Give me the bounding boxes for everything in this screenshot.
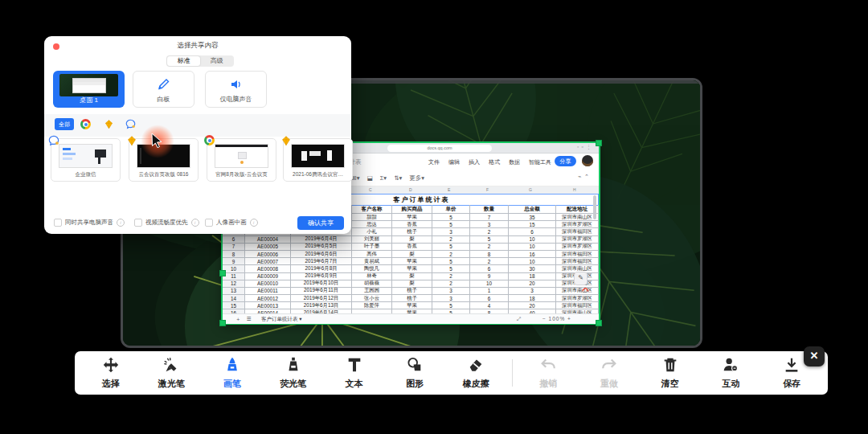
interact-tool[interactable]: 互动: [706, 356, 755, 390]
borders-icon[interactable]: ⊞▾: [352, 174, 360, 182]
checkbox-share-audio[interactable]: 同时共享电脑声音 i: [54, 218, 125, 227]
more-icon[interactable]: 更多▾: [409, 174, 424, 182]
window-card-wecom[interactable]: 企业微信: [51, 138, 121, 182]
checkbox[interactable]: [54, 219, 62, 227]
eraser-icon: [467, 356, 485, 374]
toolbar-collapse-icon[interactable]: ⌁⌃: [578, 174, 592, 180]
chrome-filter-icon[interactable]: [80, 119, 91, 129]
sort-icon[interactable]: ⇅▾: [394, 174, 402, 182]
table-row[interactable]: 11AE000092019年6月9日林奇梨2918深圳市南山区: [223, 273, 599, 280]
cell-addr: 深圳市福田区: [556, 302, 599, 309]
app-filter-strip: 全部: [44, 114, 351, 137]
cell-product: 桃子: [392, 228, 432, 235]
sketch-filter-icon[interactable]: [104, 119, 114, 129]
floating-edit-widget[interactable]: ✎: [574, 272, 588, 285]
tab-advanced[interactable]: 高级: [200, 56, 233, 66]
cell-name: 思达: [352, 221, 392, 228]
table-row[interactable]: 9AE000072019年6月7日黄易斌苹果5210深圳市福田区: [223, 258, 599, 265]
cell-num: 15: [223, 302, 245, 309]
window-card-sketch-2[interactable]: 2021-06腾讯会议官…: [283, 138, 353, 182]
option-whiteboard[interactable]: 白板: [133, 71, 194, 108]
menu-edit[interactable]: 编辑: [448, 158, 460, 166]
cell-num: 7: [223, 244, 245, 251]
table-row[interactable]: 10AE000082019年6月8日陶悦凡苹果5630深圳市南山区: [223, 265, 599, 272]
address-bar[interactable]: docs.qq.com: [387, 145, 492, 152]
cell-price: 5: [432, 265, 470, 272]
share-border-handle[interactable]: [596, 140, 602, 146]
filter-all-button[interactable]: 全部: [55, 118, 74, 130]
cell-product: 香蕉: [392, 244, 432, 251]
menu-format[interactable]: 格式: [489, 158, 500, 166]
menu-smart-tools[interactable]: 智能工具: [529, 158, 551, 166]
table-row[interactable]: 15AE000132019年6月13日陈爱萍苹果5420深圳市福田区: [223, 302, 599, 309]
share-border-handle[interactable]: [596, 320, 602, 326]
cell-product: 梨: [392, 280, 432, 288]
col-letter[interactable]: G: [529, 187, 532, 192]
table-row[interactable]: 7AE000052019年6月5日叶子墨香蕉5210深圳市罗湖区: [223, 244, 599, 251]
table-row[interactable]: 13AE000112019年6月11日王园园桃子313深圳市南山区: [223, 288, 599, 295]
menu-insert[interactable]: 插入: [469, 158, 480, 166]
cell-name: 高伟: [352, 251, 392, 258]
tab-standard[interactable]: 标准: [167, 56, 200, 66]
laser-pen-tool[interactable]: 激光笔: [146, 356, 196, 390]
option-desktop-1[interactable]: 桌面 1: [53, 71, 125, 108]
zoom-control[interactable]: − 100% +: [542, 316, 571, 321]
cell-price: 2: [432, 251, 470, 258]
checkbox[interactable]: [134, 219, 142, 227]
col-letter[interactable]: C: [369, 187, 372, 192]
menu-data[interactable]: 数据: [509, 158, 520, 166]
share-button[interactable]: 分享: [555, 156, 576, 166]
merge-cells-icon[interactable]: ⬓: [367, 174, 373, 182]
option-computer-audio[interactable]: 仅电脑声音: [205, 71, 267, 108]
col-letter[interactable]: D: [409, 187, 412, 192]
text-tool[interactable]: 文本: [330, 356, 379, 390]
redo-tool[interactable]: 重做: [584, 356, 634, 390]
pen-tool[interactable]: 画笔: [207, 356, 257, 390]
cell-id: AE00005: [245, 244, 291, 251]
confirm-share-button[interactable]: 确认共享: [297, 216, 344, 230]
toolbar-close-button[interactable]: ✕: [804, 346, 825, 366]
col-letter[interactable]: E: [448, 187, 450, 192]
undo-tool[interactable]: 撤销: [523, 356, 573, 390]
menu-file[interactable]: 文件: [428, 158, 440, 166]
info-icon: i: [250, 219, 258, 227]
person-badge-icon: [722, 356, 739, 374]
highlighter-tool[interactable]: 荧光笔: [268, 356, 318, 390]
checkbox-portrait-pip[interactable]: 人像画中画 i: [205, 218, 258, 227]
table-row[interactable]: 8AE000062019年6月6日高伟梨2816深圳市福田区: [223, 251, 599, 258]
cell-product: 香蕉: [392, 221, 432, 228]
col-letter[interactable]: H: [573, 187, 576, 192]
table-row[interactable]: 6AE000042019年6月4日刘美丽梨2510深圳市罗湖区: [223, 236, 599, 244]
window-thumbnail: [215, 144, 268, 168]
cell-addr: 深圳市福田区: [556, 228, 599, 235]
sum-icon[interactable]: Σ▾: [380, 174, 387, 182]
cell-name: 刘美丽: [352, 236, 392, 244]
sheet-tab[interactable]: 客户订单统计表 ▾: [261, 316, 302, 323]
eraser-tool[interactable]: 橡皮擦: [451, 356, 501, 390]
sheet-list-icon[interactable]: ☰: [247, 316, 252, 322]
laser-icon: [162, 356, 180, 374]
fullscreen-icon[interactable]: ⤢: [517, 316, 521, 322]
wecom-filter-icon[interactable]: [125, 119, 136, 129]
cell-name: 王园园: [352, 288, 392, 295]
select-tool[interactable]: 选择: [86, 356, 136, 390]
share-border-handle[interactable]: [219, 270, 226, 276]
table-row[interactable]: 12AE000102019年6月10日胡薇薇梨21020深圳市南山区: [223, 280, 599, 288]
cell-name: 林奇: [352, 273, 392, 280]
wecom-badge-icon: [48, 135, 59, 146]
clear-tool[interactable]: 清空: [645, 356, 695, 390]
col-letter[interactable]: F: [486, 187, 489, 192]
checkbox-video-fluency[interactable]: 视频流畅度优先 i: [134, 218, 199, 227]
window-card-chrome[interactable]: 官网8月改版-云会议页: [207, 138, 276, 182]
browser-window-controls[interactable]: ◦▫⋮: [577, 144, 594, 150]
table-row[interactable]: 14AE000122019年6月12日张小云桃子3618深圳市罗湖区: [223, 295, 599, 302]
shapes-tool[interactable]: 图形: [390, 356, 440, 390]
add-sheet-icon[interactable]: ＋: [235, 316, 241, 323]
vertical-scrollbar[interactable]: [593, 195, 596, 219]
avatar[interactable]: [582, 155, 593, 166]
cell-qty: 7: [470, 214, 509, 221]
share-border-handle[interactable]: [219, 320, 226, 326]
cell-name: 张小云: [352, 295, 392, 302]
checkbox[interactable]: [205, 219, 213, 227]
cell-qty: 6: [470, 295, 509, 302]
